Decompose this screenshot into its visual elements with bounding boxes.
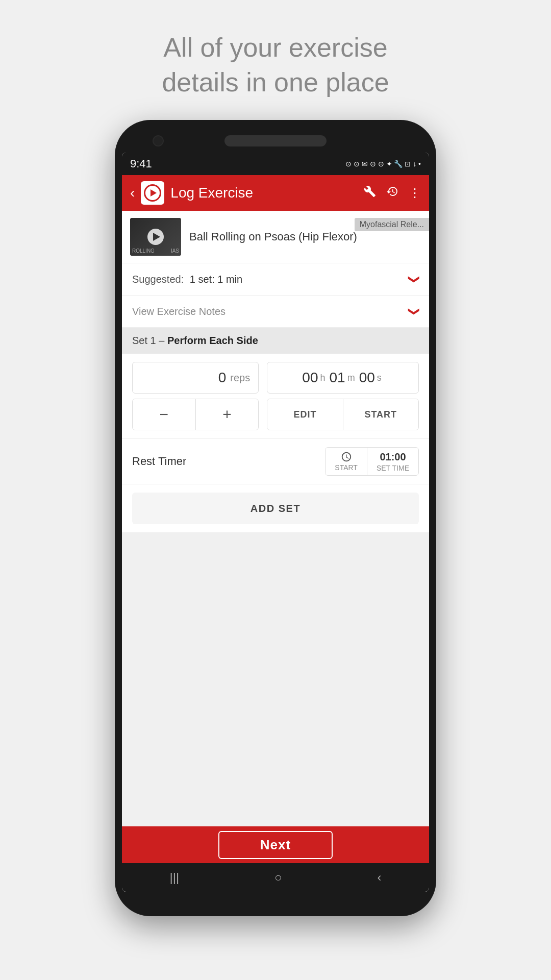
rest-timer-label: Rest Timer [132,455,325,468]
clock-icon [341,451,352,462]
timer-display: 00 h 01 m 00 s [267,362,419,394]
rest-timer-row: Rest Timer START 01:00 SET TIME [122,438,429,484]
reps-section: 0 reps − + [132,362,259,430]
app-bar-back-button[interactable]: ‹ [130,185,135,201]
reps-buttons: − + [132,399,259,430]
nav-menu-icon[interactable]: ||| [169,870,179,885]
set-header: Set 1 – Perform Each Side [122,328,429,354]
exercise-name: Ball Rolling on Psoas (Hip Flexor) [181,230,421,244]
reps-display: 0 reps [132,362,259,394]
set-controls: 0 reps − + 00 h 01 m 00 [122,354,429,438]
app-bar: ‹ Log Exercise [122,175,429,211]
history-icon[interactable] [386,185,398,201]
view-notes-row[interactable]: View Exercise Notes ❯ [122,296,429,328]
thumbnail-text: ROLLING [132,248,155,254]
more-options-icon[interactable]: ⋮ [409,186,421,200]
notes-chevron-icon: ❯ [408,307,421,316]
timer-seconds: 00 [359,370,375,386]
timer-minutes: 01 [330,370,345,386]
status-bar: 9:41 ⊙ ⊙ ✉ ⊙ ⊙ ✦ 🔧 ⊡ ↓ • [122,153,429,175]
timer-start-button[interactable]: START [343,399,418,430]
rest-timer-set-time-button[interactable]: 01:00 SET TIME [367,448,418,475]
reps-value: 0 [218,370,227,386]
rest-timer-time-value: 01:00 [380,451,406,463]
suggested-value: 1 set: 1 min [190,274,242,285]
reps-unit-label: reps [230,372,250,384]
nav-back-icon[interactable]: ‹ [378,870,382,885]
timer-minutes-label: m [347,373,355,383]
app-bar-actions: ⋮ [364,185,421,201]
wrench-icon[interactable] [364,185,376,201]
set-header-bold: Perform Each Side [167,335,258,346]
suggested-label: Suggested: [132,274,184,285]
phone-screen: 9:41 ⊙ ⊙ ✉ ⊙ ⊙ ✦ 🔧 ⊡ ↓ • ‹ Log Exercise [122,153,429,892]
phone-camera [153,135,164,146]
status-time: 9:41 [130,157,152,170]
suggested-chevron-icon: ❯ [408,275,421,284]
rest-timer-set-time-label: SET TIME [377,464,409,472]
exercise-category-badge: Myofascial Rele... [355,218,429,231]
set-header-text: Set 1 – [132,335,167,346]
page-headline: All of your exercise details in one plac… [162,31,389,100]
add-set-section: ADD SET [122,484,429,533]
reps-increment-button[interactable]: + [196,399,259,430]
timer-edit-button[interactable]: EDIT [267,399,343,430]
bottom-nav: ||| ○ ‹ [122,863,429,892]
app-bar-title: Log Exercise [170,185,358,201]
content-area: ROLLING IAS Ball Rolling on Psoas (Hip F… [122,211,429,892]
app-logo [141,181,164,205]
suggested-text: Suggested: 1 set: 1 min [132,274,405,285]
nav-home-icon[interactable]: ○ [274,870,282,885]
headline-line1: All of your exercise [163,33,387,62]
bottom-next-bar: Next [122,826,429,863]
timer-seconds-label: s [377,373,382,383]
rest-timer-start-label: START [335,463,358,472]
timer-section: 00 h 01 m 00 s EDIT START [267,362,419,430]
rest-timer-start-button[interactable]: START [325,448,367,475]
reps-decrement-button[interactable]: − [133,399,196,430]
phone-shell: 9:41 ⊙ ⊙ ✉ ⊙ ⊙ ✦ 🔧 ⊡ ↓ • ‹ Log Exercise [115,120,436,916]
rest-timer-controls: START 01:00 SET TIME [325,447,419,476]
timer-buttons: EDIT START [267,399,419,430]
status-icons: ⊙ ⊙ ✉ ⊙ ⊙ ✦ 🔧 ⊡ ↓ • [345,160,421,168]
play-button[interactable] [147,229,164,245]
phone-bottom [122,896,429,906]
phone-speaker [224,135,327,146]
next-button[interactable]: Next [218,831,333,859]
add-set-button[interactable]: ADD SET [132,493,419,524]
phone-top-bar [122,135,429,146]
timer-hours-label: h [320,373,325,383]
empty-space [122,533,429,826]
view-notes-text: View Exercise Notes [132,306,405,317]
status-icon-wifi: ⊙ ⊙ ✉ ⊙ ⊙ ✦ 🔧 ⊡ ↓ • [345,160,421,168]
timer-hours: 00 [302,370,318,386]
headline-line2: details in one place [162,67,389,97]
exercise-card: ROLLING IAS Ball Rolling on Psoas (Hip F… [122,211,429,263]
suggested-row[interactable]: Suggested: 1 set: 1 min ❯ [122,263,429,296]
exercise-thumbnail[interactable]: ROLLING IAS [130,218,181,256]
